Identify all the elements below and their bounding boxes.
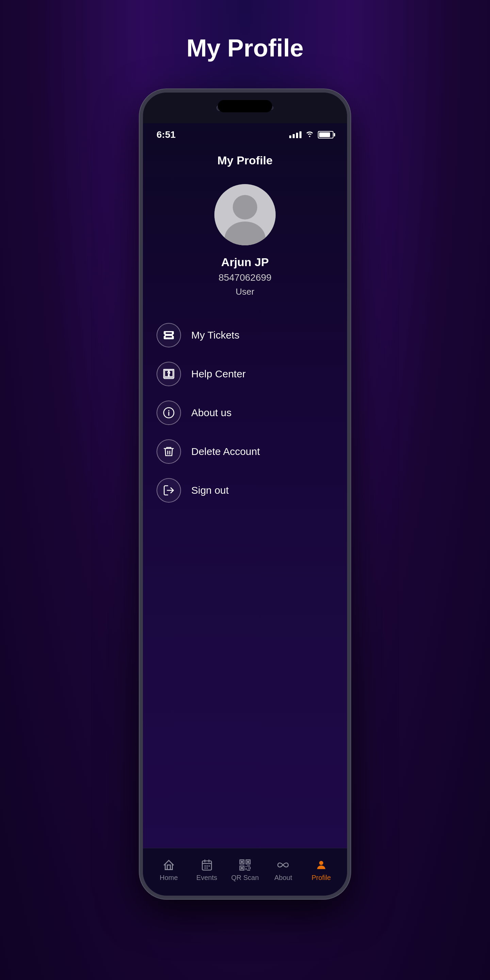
svg-rect-23 xyxy=(241,861,243,863)
status-time: 6:51 xyxy=(156,129,176,140)
status-icons xyxy=(289,130,334,140)
status-bar: 6:51 xyxy=(143,123,347,143)
svg-rect-17 xyxy=(208,865,210,867)
user-phone: 8547062699 xyxy=(218,272,272,283)
delete-label: Delete Account xyxy=(191,446,260,457)
signout-label: Sign out xyxy=(191,485,229,496)
svg-point-1 xyxy=(233,195,257,220)
signout-icon-circle xyxy=(156,478,181,503)
tickets-label: My Tickets xyxy=(191,329,240,341)
home-icon xyxy=(163,859,175,871)
menu-list: My Tickets ? Help Center xyxy=(153,318,337,508)
menu-item-signout[interactable]: Sign out xyxy=(153,473,337,508)
svg-point-32 xyxy=(319,861,323,865)
svg-rect-25 xyxy=(241,867,243,869)
help-label: Help Center xyxy=(191,368,246,380)
nav-item-events[interactable]: Events xyxy=(193,859,221,882)
screen-content: My Profile Arjun JP 8547062699 User xyxy=(143,143,347,848)
trash-icon xyxy=(163,445,175,458)
nav-item-qrscan[interactable]: QR Scan xyxy=(231,859,259,882)
nav-label-profile: Profile xyxy=(312,874,331,882)
qr-scan-icon xyxy=(239,859,251,871)
phone-screen: 6:51 My Profile xyxy=(143,123,347,896)
volume-button xyxy=(347,229,350,256)
user-name: Arjun JP xyxy=(221,256,269,269)
events-icon xyxy=(201,859,213,871)
delete-icon-circle xyxy=(156,439,181,464)
svg-rect-18 xyxy=(204,868,206,869)
menu-item-tickets[interactable]: My Tickets xyxy=(153,318,337,353)
nav-item-profile[interactable]: Profile xyxy=(308,859,335,882)
svg-rect-16 xyxy=(206,865,208,867)
avatar xyxy=(215,184,275,245)
nav-label-about: About xyxy=(274,874,292,882)
help-icon: ? xyxy=(163,368,175,380)
nav-item-about[interactable]: About xyxy=(269,859,297,882)
about-icon-circle xyxy=(156,401,181,425)
svg-rect-24 xyxy=(247,861,249,863)
tickets-icon-circle xyxy=(156,323,181,347)
profile-nav-icon xyxy=(315,859,327,871)
menu-item-help[interactable]: ? Help Center xyxy=(153,356,337,392)
help-icon-circle: ? xyxy=(156,362,181,386)
about-us-label: About us xyxy=(191,407,231,418)
menu-item-delete[interactable]: Delete Account xyxy=(153,434,337,469)
svg-text:?: ? xyxy=(167,371,171,377)
signout-icon xyxy=(163,484,175,496)
info-icon xyxy=(163,407,175,419)
signal-bars-icon xyxy=(289,131,301,138)
about-nav-icon xyxy=(277,859,289,871)
svg-point-7 xyxy=(168,410,169,411)
ticket-icon xyxy=(163,329,175,341)
screen-title: My Profile xyxy=(218,154,272,167)
menu-item-about[interactable]: About us xyxy=(153,395,337,430)
nav-label-home: Home xyxy=(159,874,178,882)
wifi-icon xyxy=(305,130,314,140)
bottom-nav: Home Events xyxy=(143,848,347,896)
user-role: User xyxy=(236,286,255,297)
nav-item-home[interactable]: Home xyxy=(155,859,182,882)
battery-icon xyxy=(318,131,334,138)
phone-frame: 6:51 My Profile xyxy=(140,89,350,899)
nav-label-qrscan: QR Scan xyxy=(231,874,259,882)
nav-label-events: Events xyxy=(196,874,217,882)
svg-rect-19 xyxy=(206,868,208,869)
svg-rect-15 xyxy=(204,865,206,867)
dynamic-island xyxy=(218,100,272,112)
page-title: My Profile xyxy=(186,34,304,62)
